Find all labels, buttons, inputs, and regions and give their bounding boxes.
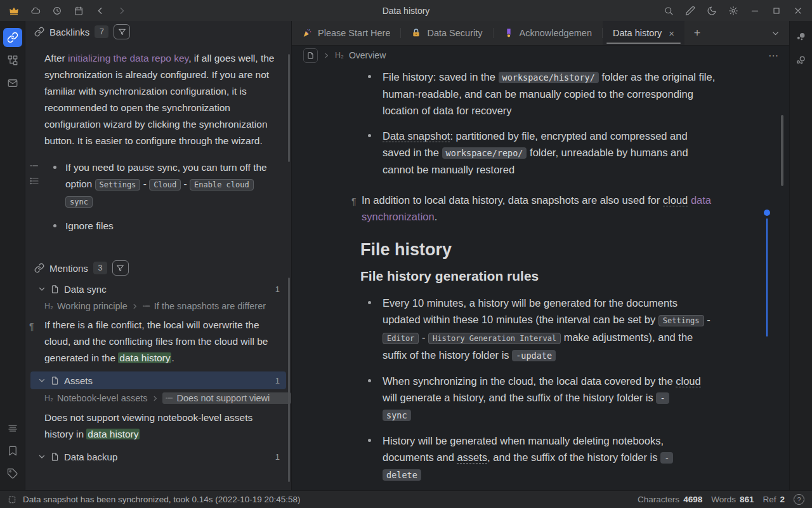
mention-paragraph[interactable]: Does not support viewing notebook-level … [25, 406, 291, 446]
forward-icon[interactable] [113, 3, 131, 18]
mention-group-count: 1 [275, 452, 280, 462]
document-icon [306, 51, 315, 60]
tab-data-security[interactable]: Data Security [401, 21, 492, 45]
app-window: Data history [0, 0, 812, 508]
edit-icon[interactable] [681, 3, 699, 18]
mention-group-count: 1 [275, 284, 280, 294]
bullet-dot [368, 134, 371, 137]
graph-dock-icon[interactable] [3, 51, 22, 70]
backlinks-dock-icon[interactable] [3, 28, 22, 47]
block-gutter[interactable] [28, 161, 41, 186]
mentions-scrollbar[interactable] [288, 277, 290, 482]
tab-please-start-here[interactable]: Please Start Here [292, 21, 400, 45]
tab-label: Data history [613, 28, 662, 38]
document-content[interactable]: File history: saved in the workspace/his… [292, 65, 789, 490]
mentions-title: Mentions [49, 263, 88, 274]
bullet-dot [368, 301, 371, 304]
list-item[interactable]: If you need to pause sync, you can turn … [44, 159, 280, 210]
chevron-down-icon[interactable] [38, 453, 46, 460]
chevron-down-icon[interactable] [38, 285, 46, 293]
minimize-icon[interactable] [746, 3, 764, 18]
tab-data-history[interactable]: Data history × [603, 21, 684, 45]
search-icon[interactable] [660, 3, 678, 18]
doc-list-item[interactable]: Every 10 minutes, a history will be gene… [353, 295, 716, 364]
list-item-text: Ignore files [65, 220, 114, 231]
doc-list-item-text: Data snapshot: partitioned by file, encr… [383, 130, 688, 175]
crown-icon[interactable] [5, 3, 23, 18]
doc-list-item[interactable]: When synchronizing in the cloud, the loc… [353, 373, 716, 424]
doc-heading-2[interactable]: File history generation rules [353, 268, 716, 284]
theme-moon-icon[interactable] [703, 3, 721, 18]
maximize-icon[interactable] [768, 3, 785, 18]
doc-paragraph-text: In addition to local data history, data … [362, 194, 711, 222]
tab-list-chevron-icon[interactable] [761, 21, 789, 45]
calendar-icon[interactable] [70, 3, 88, 18]
mention-paragraph[interactable]: ¶ If there is a file conflict, the local… [25, 313, 291, 370]
mention-group-data-sync[interactable]: Data sync 1 [30, 280, 286, 298]
graph-view-icon[interactable] [792, 28, 811, 47]
chevron-down-icon[interactable] [38, 377, 46, 384]
editor-breadcrumb: H₂ Overview ⋯ [292, 46, 789, 65]
backlinks-header: Backlinks 7 [25, 21, 291, 43]
doc-list-item[interactable]: History will be generated when manually … [353, 432, 716, 483]
bookmark-dock-icon[interactable] [3, 441, 22, 460]
list-item-text: If you need to pause sync, you can turn … [65, 162, 267, 206]
snapshot-icon [8, 495, 16, 504]
backlinks-filter-button[interactable] [114, 24, 130, 39]
bullet-dot [53, 224, 56, 227]
doc-heading-1[interactable]: File history [353, 241, 716, 258]
new-tab-button[interactable]: + [684, 21, 710, 45]
history-icon[interactable] [48, 3, 66, 18]
list-item[interactable]: Ignore files [44, 218, 280, 234]
mention-breadcrumb[interactable]: H₂ Notebook-level assets Does not suppor… [25, 391, 291, 406]
sidebar: Backlinks 7 After initializing the data … [25, 21, 292, 490]
doc-list-item[interactable]: Data snapshot: partitioned by file, encr… [353, 128, 716, 178]
bullet-dot [368, 379, 371, 382]
tag-dock-icon[interactable] [3, 464, 22, 483]
mention-group-count: 1 [275, 376, 280, 385]
dash-block-icon [29, 161, 39, 171]
settings-gear-icon[interactable] [724, 3, 742, 18]
mention-paragraph-text: If there is a file conflict, the local w… [44, 319, 268, 363]
close-icon[interactable] [789, 3, 807, 18]
doc-list-item[interactable]: File history: saved in the workspace/his… [353, 69, 716, 119]
editor-scrollbar[interactable] [781, 115, 783, 186]
tabbar: Please Start Here Data Security Acknowle… [292, 21, 789, 46]
help-icon[interactable]: ? [794, 494, 804, 505]
chevron-right-icon [152, 395, 159, 402]
left-dock [0, 21, 25, 490]
paragraph-icon: ¶ [29, 318, 34, 335]
global-graph-icon[interactable] [792, 51, 811, 70]
backlinks-scrollbar[interactable] [288, 54, 290, 162]
counter-label: Characters [638, 495, 679, 504]
doc-paragraph[interactable]: ¶ In addition to local data history, dat… [353, 192, 716, 225]
scroll-indicator-dot[interactable] [764, 210, 770, 216]
characters-counter: Characters 4698 [638, 495, 702, 504]
backlinks-title: Backlinks [49, 27, 89, 37]
document-icon [50, 376, 60, 385]
mention-breadcrumb[interactable]: H₂ Working principle If the snapshots ar… [25, 299, 291, 313]
h2-tag: H₂ [44, 394, 53, 403]
backlinks-count-badge: 7 [95, 25, 108, 38]
outline-dock-icon[interactable] [3, 418, 22, 438]
backlink-paragraph[interactable]: After initializing the data repo key, if… [44, 50, 280, 149]
ref-counter: Ref 2 [763, 495, 785, 504]
document-icon-button[interactable] [303, 48, 318, 63]
link-icon [34, 263, 44, 273]
more-options-icon[interactable]: ⋯ [768, 50, 779, 62]
counter-label: Words [711, 495, 736, 504]
cloud-icon[interactable] [27, 3, 44, 18]
paragraph-icon: ¶ [351, 193, 357, 210]
tab-acknowledgements[interactable]: Acknowledgemen [494, 21, 602, 45]
mention-paragraph-text: Does not support viewing notebook-level … [44, 412, 252, 439]
mention-group-data-backup[interactable]: Data backup 1 [30, 448, 286, 465]
medal-icon [504, 28, 514, 38]
status-message-area: Data snapshot has been synchronized, too… [8, 495, 301, 504]
tab-close-icon[interactable]: × [669, 28, 674, 39]
mentions-filter-button[interactable] [112, 260, 129, 276]
breadcrumb-heading[interactable]: Overview [349, 50, 386, 60]
mention-group-assets[interactable]: Assets 1 [30, 371, 286, 389]
mentions-header: Mentions 3 [25, 257, 291, 279]
inbox-mail-icon[interactable] [3, 74, 22, 93]
back-icon[interactable] [91, 3, 109, 18]
